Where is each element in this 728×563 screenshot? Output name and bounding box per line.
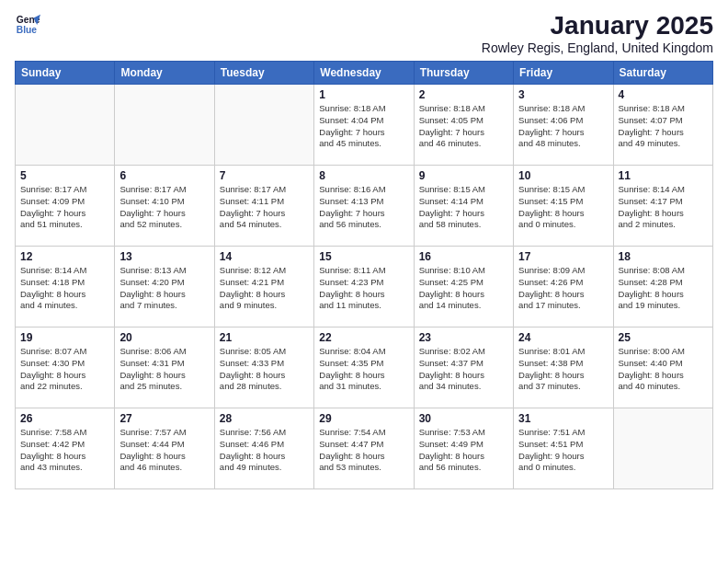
day-info: Sunrise: 7:57 AM Sunset: 4:44 PM Dayligh… bbox=[119, 427, 209, 474]
day-number: 1 bbox=[319, 88, 408, 101]
day-info: Sunrise: 8:02 AM Sunset: 4:37 PM Dayligh… bbox=[419, 346, 508, 393]
day-info: Sunrise: 8:17 AM Sunset: 4:09 PM Dayligh… bbox=[20, 184, 109, 231]
day-info: Sunrise: 8:14 AM Sunset: 4:18 PM Dayligh… bbox=[20, 265, 109, 312]
day-cell: 2Sunrise: 8:18 AM Sunset: 4:05 PM Daylig… bbox=[414, 85, 513, 166]
logo-icon: General Blue bbox=[15, 11, 40, 37]
day-header-thursday: Thursday bbox=[414, 62, 513, 85]
subtitle: Rowley Regis, England, United Kingdom bbox=[482, 40, 713, 55]
day-number: 23 bbox=[419, 331, 508, 344]
day-number: 12 bbox=[20, 250, 109, 263]
day-info: Sunrise: 8:04 AM Sunset: 4:35 PM Dayligh… bbox=[319, 346, 408, 393]
day-cell: 11Sunrise: 8:14 AM Sunset: 4:17 PM Dayli… bbox=[613, 166, 712, 247]
day-number: 22 bbox=[319, 331, 408, 344]
day-number: 3 bbox=[518, 88, 608, 101]
day-cell: 16Sunrise: 8:10 AM Sunset: 4:25 PM Dayli… bbox=[414, 247, 513, 327]
day-number: 10 bbox=[518, 169, 608, 182]
day-number: 17 bbox=[518, 250, 608, 263]
day-cell: 19Sunrise: 8:07 AM Sunset: 4:30 PM Dayli… bbox=[16, 327, 115, 408]
page: General Blue January 2025 Rowley Regis, … bbox=[0, 0, 728, 563]
day-number: 31 bbox=[518, 412, 608, 425]
day-number: 8 bbox=[319, 169, 408, 182]
svg-text:Blue: Blue bbox=[17, 25, 38, 35]
day-number: 5 bbox=[20, 169, 109, 182]
day-cell: 21Sunrise: 8:05 AM Sunset: 4:33 PM Dayli… bbox=[214, 327, 313, 408]
day-cell: 20Sunrise: 8:06 AM Sunset: 4:31 PM Dayli… bbox=[115, 327, 214, 408]
day-cell bbox=[613, 408, 712, 489]
day-number: 2 bbox=[419, 88, 508, 101]
day-header-friday: Friday bbox=[514, 62, 613, 85]
day-number: 30 bbox=[419, 412, 508, 425]
day-info: Sunrise: 7:56 AM Sunset: 4:46 PM Dayligh… bbox=[220, 427, 309, 474]
header: General Blue January 2025 Rowley Regis, … bbox=[15, 11, 713, 55]
day-cell: 8Sunrise: 8:16 AM Sunset: 4:13 PM Daylig… bbox=[314, 166, 414, 247]
day-cell: 15Sunrise: 8:11 AM Sunset: 4:23 PM Dayli… bbox=[314, 247, 414, 327]
header-row: SundayMondayTuesdayWednesdayThursdayFrid… bbox=[16, 62, 713, 85]
calendar-table: SundayMondayTuesdayWednesdayThursdayFrid… bbox=[15, 61, 713, 489]
day-header-tuesday: Tuesday bbox=[214, 62, 313, 85]
day-info: Sunrise: 8:18 AM Sunset: 4:07 PM Dayligh… bbox=[619, 103, 708, 150]
day-number: 14 bbox=[220, 250, 309, 263]
day-cell bbox=[214, 85, 313, 166]
day-cell: 9Sunrise: 8:15 AM Sunset: 4:14 PM Daylig… bbox=[414, 166, 513, 247]
day-info: Sunrise: 8:15 AM Sunset: 4:15 PM Dayligh… bbox=[518, 184, 608, 231]
day-info: Sunrise: 7:53 AM Sunset: 4:49 PM Dayligh… bbox=[419, 427, 508, 474]
day-info: Sunrise: 8:16 AM Sunset: 4:13 PM Dayligh… bbox=[319, 184, 408, 231]
day-number: 28 bbox=[220, 412, 309, 425]
day-number: 29 bbox=[319, 412, 408, 425]
day-info: Sunrise: 8:13 AM Sunset: 4:20 PM Dayligh… bbox=[119, 265, 209, 312]
day-cell: 1Sunrise: 8:18 AM Sunset: 4:04 PM Daylig… bbox=[314, 85, 414, 166]
day-number: 16 bbox=[419, 250, 508, 263]
day-number: 24 bbox=[518, 331, 608, 344]
week-row-4: 19Sunrise: 8:07 AM Sunset: 4:30 PM Dayli… bbox=[16, 327, 713, 408]
day-info: Sunrise: 8:15 AM Sunset: 4:14 PM Dayligh… bbox=[419, 184, 508, 231]
day-number: 26 bbox=[20, 412, 109, 425]
day-number: 9 bbox=[419, 169, 508, 182]
day-info: Sunrise: 8:14 AM Sunset: 4:17 PM Dayligh… bbox=[619, 184, 708, 231]
week-row-2: 5Sunrise: 8:17 AM Sunset: 4:09 PM Daylig… bbox=[16, 166, 713, 247]
day-info: Sunrise: 8:10 AM Sunset: 4:25 PM Dayligh… bbox=[419, 265, 508, 312]
day-cell: 17Sunrise: 8:09 AM Sunset: 4:26 PM Dayli… bbox=[514, 247, 613, 327]
day-info: Sunrise: 8:18 AM Sunset: 4:05 PM Dayligh… bbox=[419, 103, 508, 150]
day-info: Sunrise: 8:05 AM Sunset: 4:33 PM Dayligh… bbox=[220, 346, 309, 393]
day-cell: 5Sunrise: 8:17 AM Sunset: 4:09 PM Daylig… bbox=[16, 166, 115, 247]
day-cell: 26Sunrise: 7:58 AM Sunset: 4:42 PM Dayli… bbox=[16, 408, 115, 489]
day-info: Sunrise: 8:17 AM Sunset: 4:11 PM Dayligh… bbox=[220, 184, 309, 231]
month-title: January 2025 bbox=[482, 11, 713, 40]
day-number: 7 bbox=[220, 169, 309, 182]
day-info: Sunrise: 8:00 AM Sunset: 4:40 PM Dayligh… bbox=[619, 346, 708, 393]
day-cell: 24Sunrise: 8:01 AM Sunset: 4:38 PM Dayli… bbox=[514, 327, 613, 408]
day-cell: 22Sunrise: 8:04 AM Sunset: 4:35 PM Dayli… bbox=[314, 327, 414, 408]
day-info: Sunrise: 8:08 AM Sunset: 4:28 PM Dayligh… bbox=[619, 265, 708, 312]
logo: General Blue bbox=[15, 11, 40, 37]
day-cell bbox=[115, 85, 214, 166]
day-cell: 28Sunrise: 7:56 AM Sunset: 4:46 PM Dayli… bbox=[214, 408, 313, 489]
day-info: Sunrise: 8:01 AM Sunset: 4:38 PM Dayligh… bbox=[518, 346, 608, 393]
day-info: Sunrise: 8:17 AM Sunset: 4:10 PM Dayligh… bbox=[119, 184, 209, 231]
week-row-5: 26Sunrise: 7:58 AM Sunset: 4:42 PM Dayli… bbox=[16, 408, 713, 489]
day-info: Sunrise: 7:54 AM Sunset: 4:47 PM Dayligh… bbox=[319, 427, 408, 474]
day-cell: 29Sunrise: 7:54 AM Sunset: 4:47 PM Dayli… bbox=[314, 408, 414, 489]
week-row-3: 12Sunrise: 8:14 AM Sunset: 4:18 PM Dayli… bbox=[16, 247, 713, 327]
day-cell: 12Sunrise: 8:14 AM Sunset: 4:18 PM Dayli… bbox=[16, 247, 115, 327]
day-header-sunday: Sunday bbox=[16, 62, 115, 85]
day-number: 11 bbox=[619, 169, 708, 182]
day-info: Sunrise: 8:11 AM Sunset: 4:23 PM Dayligh… bbox=[319, 265, 408, 312]
day-cell: 10Sunrise: 8:15 AM Sunset: 4:15 PM Dayli… bbox=[514, 166, 613, 247]
day-number: 18 bbox=[619, 250, 708, 263]
day-number: 4 bbox=[619, 88, 708, 101]
day-cell: 7Sunrise: 8:17 AM Sunset: 4:11 PM Daylig… bbox=[214, 166, 313, 247]
day-cell: 6Sunrise: 8:17 AM Sunset: 4:10 PM Daylig… bbox=[115, 166, 214, 247]
day-cell: 18Sunrise: 8:08 AM Sunset: 4:28 PM Dayli… bbox=[613, 247, 712, 327]
day-number: 13 bbox=[119, 250, 209, 263]
day-number: 27 bbox=[119, 412, 209, 425]
day-number: 25 bbox=[619, 331, 708, 344]
day-cell: 13Sunrise: 8:13 AM Sunset: 4:20 PM Dayli… bbox=[115, 247, 214, 327]
week-row-1: 1Sunrise: 8:18 AM Sunset: 4:04 PM Daylig… bbox=[16, 85, 713, 166]
day-number: 20 bbox=[119, 331, 209, 344]
day-cell: 14Sunrise: 8:12 AM Sunset: 4:21 PM Dayli… bbox=[214, 247, 313, 327]
day-number: 21 bbox=[220, 331, 309, 344]
day-header-wednesday: Wednesday bbox=[314, 62, 414, 85]
day-number: 19 bbox=[20, 331, 109, 344]
day-cell: 3Sunrise: 8:18 AM Sunset: 4:06 PM Daylig… bbox=[514, 85, 613, 166]
day-cell: 23Sunrise: 8:02 AM Sunset: 4:37 PM Dayli… bbox=[414, 327, 513, 408]
